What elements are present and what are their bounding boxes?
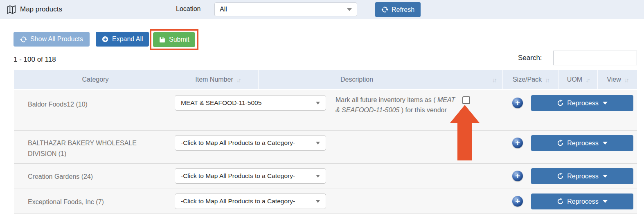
reprocess-label: Reprocess <box>567 173 598 180</box>
category-select-value: -Click to Map All Products to a Category… <box>181 172 295 180</box>
category-select[interactable]: -Click to Map All Products to a Category… <box>175 168 326 184</box>
reprocess-button[interactable]: Reprocess <box>531 95 633 111</box>
save-icon <box>159 36 166 43</box>
map-icon <box>7 5 16 14</box>
reprocess-icon <box>557 173 564 180</box>
search-label: Search: <box>518 54 542 62</box>
show-all-products-label: Show All Products <box>30 36 83 43</box>
sort-icon[interactable]: ↓↑ <box>492 76 496 83</box>
reprocess-label: Reprocess <box>567 100 598 107</box>
sort-icon[interactable]: ↓↑ <box>624 76 628 83</box>
chevron-down-icon <box>316 142 320 145</box>
mark-all-future-checkbox[interactable] <box>462 96 470 104</box>
column-label: Description <box>340 76 373 83</box>
expand-all-button[interactable]: Expand All <box>96 32 149 47</box>
category-select-value: -Click to Map All Products to a Category… <box>181 139 295 147</box>
chevron-down-icon <box>316 175 320 178</box>
column-header-size-pack[interactable]: Size/Pack ↓↑ <box>503 70 559 89</box>
plus-circle-icon <box>101 36 109 43</box>
reprocess-label: Reprocess <box>567 198 598 205</box>
show-all-products-button[interactable]: Show All Products <box>14 32 90 47</box>
chevron-down-icon <box>316 102 320 105</box>
submit-button[interactable]: Submit <box>153 32 195 47</box>
sort-icon[interactable]: ↓↑ <box>236 76 240 83</box>
category-select-value: -Click to Map All Products to a Category… <box>181 198 295 205</box>
chevron-down-icon <box>603 102 608 105</box>
description-suffix: ) for this vendor <box>399 107 447 113</box>
column-header-view[interactable]: View ↓↑ <box>598 70 637 89</box>
chevron-down-icon <box>316 200 320 203</box>
table-row-balthazar-bakery: BALTHAZAR BAKERY WHOLESALE DIVISION (1) … <box>14 131 637 164</box>
description-text: Mark all future inventory items as ( MEA… <box>336 95 457 115</box>
vendor-name: Exceptional Foods, Inc (7) <box>28 197 163 207</box>
table-row-baldor-foods: Baldor Foods12 (10) MEAT & SEAFOOD-11-50… <box>14 90 637 131</box>
table-row-exceptional-foods: Exceptional Foods, Inc (7) -Click to Map… <box>14 189 637 214</box>
sort-icon[interactable]: ↓↑ <box>585 76 589 83</box>
refresh-icon <box>20 36 27 43</box>
category-select[interactable]: -Click to Map All Products to a Category… <box>175 194 326 209</box>
chevron-down-icon <box>603 142 608 145</box>
column-header-description[interactable]: Description ↓↑ <box>259 70 503 89</box>
table-header-row: Category Item Number ↓↑ Description ↓↑ S… <box>14 70 637 89</box>
category-select[interactable]: -Click to Map All Products to a Category… <box>175 135 326 151</box>
map-products-page: Map products Location All Refresh Show A… <box>0 0 644 218</box>
vendor-name: Baldor Foods12 (10) <box>28 99 163 110</box>
submit-highlight-box: Submit <box>150 29 198 50</box>
chevron-down-icon <box>603 175 608 178</box>
column-label: Item Number <box>195 76 233 83</box>
column-label: Category <box>82 76 109 83</box>
reprocess-button[interactable]: Reprocess <box>531 168 633 184</box>
sort-icon[interactable]: ↓↑ <box>545 76 549 83</box>
location-label: Location <box>176 5 201 13</box>
table-body: Baldor Foods12 (10) MEAT & SEAFOOD-11-50… <box>14 90 637 214</box>
vendor-name: Creation Gardens (24) <box>28 171 163 182</box>
reprocess-icon <box>557 198 564 205</box>
column-header-item-number[interactable]: Item Number ↓↑ <box>177 70 259 89</box>
reprocess-icon <box>557 140 564 147</box>
refresh-button[interactable]: Refresh <box>375 2 421 17</box>
column-label: Size/Pack <box>513 76 542 83</box>
description-prefix: Mark all future inventory items as ( <box>336 96 437 103</box>
reprocess-button[interactable]: Reprocess <box>531 135 633 151</box>
reprocess-icon <box>557 100 564 107</box>
expand-all-label: Expand All <box>112 36 143 43</box>
column-label: UOM <box>567 76 582 83</box>
search-input[interactable] <box>553 51 637 65</box>
location-select[interactable]: All <box>214 2 357 16</box>
refresh-icon <box>381 6 388 13</box>
vendor-name: BALTHAZAR BAKERY WHOLESALE DIVISION (1) <box>28 138 163 159</box>
annotation-arrow-up-icon <box>446 105 485 161</box>
column-header-category[interactable]: Category <box>14 70 177 89</box>
add-icon[interactable]: + <box>512 138 523 148</box>
category-select-value: MEAT & SEAFOOD-11-5005 <box>181 99 261 107</box>
reprocess-label: Reprocess <box>567 140 598 147</box>
submit-button-label: Submit <box>169 36 189 43</box>
pagination-info: 1 - 100 of 118 <box>14 56 56 64</box>
category-select[interactable]: MEAT & SEAFOOD-11-5005 <box>175 95 326 111</box>
chevron-down-icon <box>347 8 352 11</box>
column-label: View <box>607 76 621 83</box>
add-icon[interactable]: + <box>512 196 523 207</box>
column-header-uom[interactable]: UOM ↓↑ <box>559 70 598 89</box>
top-bar: Map products Location All Refresh <box>0 0 644 19</box>
table-row-creation-gardens: Creation Gardens (24) -Click to Map All … <box>14 164 637 189</box>
reprocess-button[interactable]: Reprocess <box>531 194 633 209</box>
location-select-value: All <box>220 6 227 13</box>
chevron-down-icon <box>603 200 608 203</box>
add-icon[interactable]: + <box>512 171 523 181</box>
page-title-group: Map products <box>7 0 62 19</box>
add-icon[interactable]: + <box>512 98 523 108</box>
refresh-button-label: Refresh <box>392 6 414 13</box>
page-title: Map products <box>20 5 62 13</box>
